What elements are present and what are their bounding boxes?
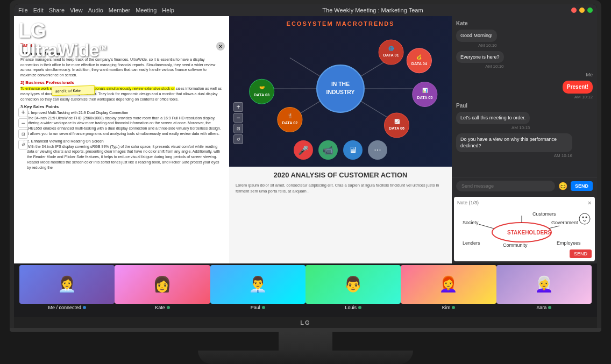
zoom-in-button[interactable]: + xyxy=(18,108,28,117)
chat-time-3: AM 10:12 xyxy=(574,95,593,99)
middle-panel: + − ⊡ ↺ ECOSYSTEM MACROTRENDS xyxy=(229,16,452,263)
analysis-text: Lorem ipsum dolor sit amet, consectetur … xyxy=(236,182,445,195)
person-icon-sara: 👩‍🦳 xyxy=(496,265,592,304)
analysis-section: 2020 ANALYSIS OF CUSTOMER ACTION Lorem i… xyxy=(229,167,452,263)
chat-input[interactable] xyxy=(456,181,555,191)
minimize-dot[interactable] xyxy=(571,8,577,13)
window-controls xyxy=(571,8,593,13)
person-icon-kim: 👩‍🦰 xyxy=(401,265,496,304)
svg-point-18 xyxy=(385,113,409,138)
chat-bubble-3: Present! xyxy=(563,81,593,94)
svg-text:🌐: 🌐 xyxy=(388,46,394,52)
chat-sender-kate-label: Kate xyxy=(456,20,593,26)
doc-section3-title: 3 Key Sales Points xyxy=(20,104,223,110)
svg-text:🍴: 🍴 xyxy=(287,113,293,119)
menu-view[interactable]: View xyxy=(70,7,83,13)
mic-button[interactable]: 🎤 xyxy=(294,140,313,160)
key-sales-points: 1. Improved Multi-Tasking with 21:9 Dual… xyxy=(20,110,223,170)
connections-svg: IN THE INDUSTRY 🌐 DATA 01 💰 DATA 04 xyxy=(229,27,452,151)
sticky-note[interactable]: send it to! Kate xyxy=(52,85,95,96)
note-close-button[interactable]: ✕ xyxy=(587,200,592,206)
attendee-name-kate: Kate xyxy=(115,305,210,310)
svg-line-33 xyxy=(479,224,494,229)
attendee-video-kate: 👩 xyxy=(115,265,210,304)
svg-text:Employees: Employees xyxy=(557,240,581,246)
attendees-bar: Attendees (6) ⚙ 👩‍💼 Me / connected 👩 Kat xyxy=(14,263,597,317)
menu-file[interactable]: File xyxy=(18,7,28,13)
note-header: Note (1/3) ✕ xyxy=(457,200,592,206)
attendee-video-paul: 👨‍💼 xyxy=(210,265,306,304)
zoom-in-mid-button[interactable]: + xyxy=(233,102,243,112)
status-dot-louis xyxy=(358,306,361,309)
menu-share[interactable]: Share xyxy=(49,7,65,13)
svg-text:DATA 05: DATA 05 xyxy=(417,95,432,100)
chat-message-5: Do you have a view on why this performan… xyxy=(456,133,572,158)
right-panel: Kate Good Morning! AM 10:10 Everyone is … xyxy=(452,16,597,263)
chat-time-5: AM 10:16 xyxy=(554,153,572,158)
chat-time-1: AM 10:10 xyxy=(478,43,496,48)
attendee-name-louis: Louis xyxy=(306,305,401,310)
svg-text:DATA 06: DATA 06 xyxy=(389,126,404,131)
doc-section2-text: To enhance work efficiency, business pro… xyxy=(20,86,223,102)
svg-line-34 xyxy=(549,226,559,229)
maximize-dot[interactable] xyxy=(579,8,585,13)
svg-text:DATA 03: DATA 03 xyxy=(254,92,269,97)
menu-meeting[interactable]: Meeting xyxy=(136,7,157,13)
chat-input-area: 😊 SEND xyxy=(452,177,597,195)
chat-send-button[interactable]: SEND xyxy=(571,181,593,191)
svg-text:💰: 💰 xyxy=(416,54,422,60)
meeting-controls: 🎤 📹 🖥 ··· xyxy=(229,136,452,164)
attendee-video-louis: 👨 xyxy=(306,265,401,304)
attendee-name-paul: Paul xyxy=(210,305,306,310)
svg-point-21 xyxy=(278,108,302,132)
attendee-video-kim: 👩‍🦰 xyxy=(401,265,496,304)
svg-point-15 xyxy=(413,82,437,106)
chat-bubble-4: Let's call this meeting to order. xyxy=(456,112,530,124)
close-dot[interactable] xyxy=(587,8,593,13)
doc-close-button[interactable]: ✕ xyxy=(216,42,225,51)
zoom-fit-button[interactable]: ⊡ xyxy=(18,129,28,139)
brand-lg: LG xyxy=(18,20,106,41)
svg-point-9 xyxy=(379,40,403,65)
sales-point-1: 1. Improved Multi-Tasking with 21:9 Dual… xyxy=(27,110,223,137)
menu-audio[interactable]: Audio xyxy=(88,7,103,13)
note-send-button[interactable]: SEND xyxy=(570,249,592,258)
svg-point-12 xyxy=(407,48,431,73)
svg-text:STAKEHOLDERS: STAKEHOLDERS xyxy=(507,230,551,235)
screen-content: LG UltraWideTM send it to! Kate + − ⊡ ↺ xyxy=(14,16,597,263)
video-button[interactable]: 📹 xyxy=(318,140,338,160)
zoom-fit-mid-button[interactable]: ⊡ xyxy=(233,124,243,133)
status-dot-me xyxy=(83,306,86,309)
zoom-out-mid-button[interactable]: − xyxy=(233,113,243,123)
sales-point-2: 2. Enhanced Viewing and Reading On Scree… xyxy=(27,139,223,170)
menu-member[interactable]: Member xyxy=(109,7,130,13)
monitor-logo-text: LG xyxy=(300,319,310,326)
note-canvas[interactable]: Customers Society Government STAKEHOLDER… xyxy=(457,208,592,254)
zoom-reset-button[interactable]: ↺ xyxy=(18,140,28,149)
share-button[interactable]: 🖥 xyxy=(343,140,363,160)
attendee-slot-me: 👩‍💼 Me / connected xyxy=(19,265,115,316)
monitor-neck xyxy=(279,332,332,351)
attendee-name-me: Me / connected xyxy=(19,305,115,310)
svg-text:Customers: Customers xyxy=(532,211,556,217)
note-diagram: Customers Society Government STAKEHOLDER… xyxy=(457,208,592,251)
svg-text:DATA 02: DATA 02 xyxy=(282,120,297,125)
zoom-out-button[interactable]: − xyxy=(18,118,28,128)
note-title: Note (1/3) xyxy=(457,200,479,206)
svg-text:DATA 01: DATA 01 xyxy=(383,53,399,58)
monitor-logo-bar: LG xyxy=(14,317,597,328)
chat-message-2: Everyone is here? AM 10:10 xyxy=(456,51,504,69)
left-panel: LG UltraWideTM send it to! Kate + − ⊡ ↺ xyxy=(14,16,229,263)
emoji-button[interactable]: 😊 xyxy=(558,182,567,190)
menu-bar: File Edit Share View Audio Member Meetin… xyxy=(14,4,597,16)
svg-text:Lenders: Lenders xyxy=(463,240,480,246)
attendee-slot-louis: 👨 Louis xyxy=(306,265,401,316)
more-button[interactable]: ··· xyxy=(368,140,387,160)
sticky-note-text: send it to! Kate xyxy=(55,89,81,94)
menu-help[interactable]: Help xyxy=(162,7,174,13)
chat-bubble-1: Good Morning! xyxy=(456,30,497,42)
svg-text:🤝: 🤝 xyxy=(259,85,265,91)
svg-text:Society: Society xyxy=(463,220,479,225)
menu-edit[interactable]: Edit xyxy=(33,7,44,13)
attendee-name-kim: Kim xyxy=(401,305,496,310)
